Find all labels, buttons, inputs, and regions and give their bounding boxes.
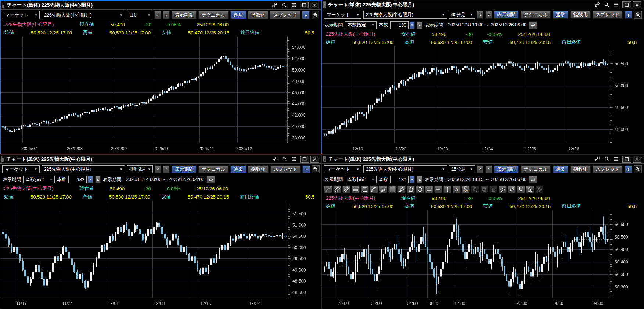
tool-fibonacci-arc-button[interactable]: [370, 186, 378, 193]
timeframe-select[interactable]: 日足▼: [127, 11, 153, 19]
prev-button[interactable]: ‹: [477, 11, 483, 19]
close-icon[interactable]: [633, 156, 641, 163]
search-icon[interactable]: [602, 156, 611, 163]
count-input[interactable]: [68, 176, 87, 183]
count-stepper-down[interactable]: ▼: [409, 21, 415, 29]
tool-ellipse-button[interactable]: [416, 186, 424, 193]
zoom-in-icon[interactable]: [312, 165, 320, 173]
instrument-select[interactable]: 225先物大阪(中心限月)▼: [363, 11, 447, 19]
maximize-icon[interactable]: [300, 2, 309, 8]
indexed-mode-button[interactable]: 指数化: [570, 165, 591, 173]
tool-icon-stamp-button[interactable]: ICON: [462, 186, 470, 193]
normal-mode-button[interactable]: 通常: [230, 165, 246, 173]
tool-eraser-button[interactable]: [499, 186, 507, 193]
zoom-in-icon[interactable]: [634, 165, 642, 173]
show-period-button[interactable]: 表示期間: [172, 165, 197, 173]
maximize-icon[interactable]: [622, 1, 631, 8]
menu-icon[interactable]: [289, 1, 298, 9]
menu-icon[interactable]: [289, 156, 299, 163]
period-mode-select[interactable]: 本数指定▼: [345, 21, 377, 29]
count-input[interactable]: [390, 176, 409, 183]
count-stepper-up[interactable]: ▲: [95, 176, 101, 183]
market-select[interactable]: マーケット▼: [2, 165, 40, 173]
tool-gann-fan-button[interactable]: [379, 186, 387, 193]
tool-lock-drawing-button[interactable]: [526, 186, 534, 193]
tool-horizontal-line-button[interactable]: [434, 186, 442, 193]
zoom-in-icon[interactable]: [634, 11, 642, 19]
menu-icon[interactable]: [611, 156, 621, 163]
tool-price-lines-button[interactable]: [361, 186, 369, 193]
tool-fan-lines-button[interactable]: [397, 186, 406, 193]
link-icon[interactable]: [592, 156, 602, 163]
show-period-button[interactable]: 表示期間: [172, 11, 197, 19]
normal-mode-button[interactable]: 通常: [553, 165, 568, 173]
count-stepper-down[interactable]: ▼: [87, 176, 93, 183]
close-icon[interactable]: [633, 1, 641, 8]
technical-button[interactable]: テクニカル: [198, 11, 229, 19]
drag-handle[interactable]: [1, 156, 4, 162]
candlestick-chart-4hour[interactable]: [0, 201, 321, 309]
timeframe-select[interactable]: 15分足▼: [449, 165, 475, 173]
spread-mode-button[interactable]: スプレッド: [593, 165, 623, 173]
tool-ruler-button[interactable]: [333, 186, 341, 193]
maximize-icon[interactable]: [622, 156, 631, 163]
close-icon[interactable]: [310, 156, 319, 163]
spread-mode-button[interactable]: スプレッド: [593, 11, 623, 19]
normal-mode-button[interactable]: 通常: [230, 11, 246, 19]
instrument-select[interactable]: 225先物大阪(中心限月)▼: [363, 165, 447, 173]
indexed-mode-button[interactable]: 指数化: [248, 165, 269, 173]
zoom-in-icon[interactable]: [312, 11, 319, 19]
next-button[interactable]: ›: [485, 11, 492, 19]
technical-button[interactable]: テクニカル: [198, 165, 229, 173]
tool-trend-line-button[interactable]: [324, 186, 332, 193]
drag-handle[interactable]: [323, 1, 326, 8]
instrument-select[interactable]: 225先物大阪(中心限月)▼: [42, 165, 125, 173]
tool-eraser-text-button[interactable]: A: [508, 186, 516, 193]
reload-period-button[interactable]: ↩: [529, 21, 537, 29]
next-button[interactable]: ›: [163, 11, 170, 19]
count-input[interactable]: [390, 21, 409, 29]
menu-icon[interactable]: [611, 1, 621, 8]
search-icon[interactable]: [602, 1, 611, 8]
market-select[interactable]: マーケット▼: [3, 11, 40, 19]
tool-vertical-line-button[interactable]: [443, 186, 451, 193]
count-stepper-down[interactable]: ▼: [409, 176, 415, 183]
show-period-button[interactable]: 表示期間: [494, 165, 519, 173]
tool-pentagon-button[interactable]: [407, 186, 415, 193]
count-stepper-up[interactable]: ▲: [417, 21, 422, 29]
tool-magnet-button[interactable]: [517, 186, 525, 193]
next-button[interactable]: ›: [485, 165, 492, 173]
drag-handle[interactable]: [323, 156, 326, 162]
tool-vertical-lines-button[interactable]: [388, 186, 396, 193]
link-icon[interactable]: [270, 156, 280, 163]
close-icon[interactable]: [310, 2, 319, 8]
reload-period-button[interactable]: ↩: [206, 176, 215, 183]
candlestick-chart-daily[interactable]: [1, 37, 321, 154]
prev-button[interactable]: ‹: [154, 11, 161, 19]
add-chart-button[interactable]: +: [625, 165, 632, 173]
drag-handle[interactable]: [2, 2, 4, 8]
add-chart-button[interactable]: +: [625, 11, 632, 19]
search-icon[interactable]: [280, 156, 289, 163]
technical-button[interactable]: テクニカル: [521, 11, 551, 19]
period-mode-select[interactable]: 本数指定▼: [23, 176, 55, 183]
prev-button[interactable]: ‹: [477, 165, 483, 173]
add-chart-button[interactable]: +: [302, 11, 310, 19]
spread-mode-button[interactable]: スプレッド: [270, 11, 300, 19]
maximize-icon[interactable]: [300, 156, 309, 163]
link-icon[interactable]: [270, 1, 279, 9]
search-icon[interactable]: [279, 1, 289, 9]
technical-button[interactable]: テクニカル: [521, 165, 551, 173]
link-icon[interactable]: [592, 1, 602, 8]
indexed-mode-button[interactable]: 指数化: [570, 11, 591, 19]
normal-mode-button[interactable]: 通常: [553, 11, 568, 19]
add-chart-button[interactable]: +: [302, 165, 310, 173]
next-button[interactable]: ›: [163, 165, 170, 173]
indexed-mode-button[interactable]: 指数化: [248, 11, 269, 19]
tool-parallel-lines-button[interactable]: [342, 186, 350, 193]
candlestick-chart-15min[interactable]: [322, 210, 644, 309]
count-stepper-up[interactable]: ▲: [417, 176, 422, 183]
period-mode-select[interactable]: 本数指定▼: [345, 176, 377, 183]
market-select[interactable]: マーケット▼: [324, 11, 361, 19]
prev-button[interactable]: ‹: [155, 165, 161, 173]
